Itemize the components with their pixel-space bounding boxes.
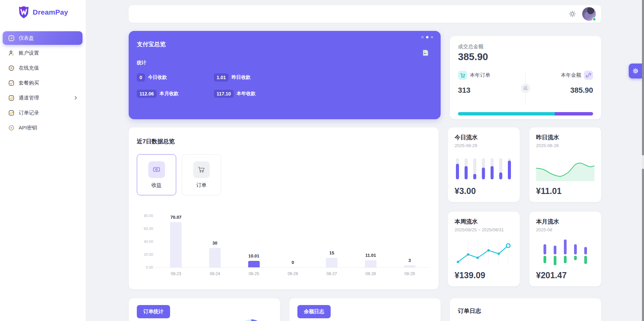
key-badge-icon [8, 125, 15, 131]
card-value: ¥139.09 [455, 270, 513, 280]
chart-bar [170, 222, 182, 267]
card-value: ¥201.47 [536, 270, 594, 280]
chevron-right-icon [74, 96, 78, 100]
carousel-dot[interactable] [431, 36, 433, 38]
card-date: 2025/08/25 ~ 2025/08/31 [455, 227, 513, 232]
app-logo[interactable]: DreamPay [0, 0, 86, 22]
stat-label: 本年收款 [237, 91, 256, 97]
sidebar-item-channels[interactable]: 通道管理 [3, 91, 82, 105]
x-axis-label: 08-28 [361, 271, 381, 276]
card-title: 本周流水 [455, 218, 513, 226]
year-orders-value: 313 [458, 86, 526, 95]
order-log-title: 订单日志 [458, 307, 593, 315]
progress-cyan-segment [458, 112, 555, 115]
topbar [129, 5, 601, 23]
tab-orders[interactable]: 订单 [182, 154, 221, 195]
week-line-sparkline [455, 236, 513, 270]
balance-log-button[interactable]: 余额日志 [297, 305, 331, 318]
carousel-dot-active[interactable] [426, 36, 428, 38]
link-icon [584, 71, 593, 80]
trend-icon [8, 110, 15, 116]
chart-value-label: 3 [400, 258, 420, 263]
card-date: 2025-08-28 [536, 143, 594, 148]
package-icon [8, 80, 15, 86]
sidebar-item-recharge[interactable]: 在线充值 [3, 61, 82, 75]
stat-value-badge: 112.06 [137, 90, 157, 98]
shield-logo-icon [18, 5, 30, 19]
total-amount-label: 成交总金额 [458, 43, 593, 50]
y-axis-tick: 60.00 [137, 227, 153, 231]
order-stats-pie-chart [239, 319, 264, 321]
tab-revenue[interactable]: 收益 [137, 154, 176, 195]
sidebar-item-order-records[interactable]: 订单记录 [3, 106, 82, 120]
sidebar-item-dashboard[interactable]: 仪表盘 [3, 31, 82, 45]
carousel-dot[interactable] [421, 36, 424, 38]
total-amount-card: 成交总金额 385.90 本年订单 313 或 [450, 36, 601, 119]
main-content: 支付宝总览 统计 [86, 0, 644, 321]
scrollbar-thumb[interactable] [642, 155, 644, 169]
weekly-data-title: 近7日数据总览 [137, 138, 430, 145]
app-name: DreamPay [33, 8, 68, 16]
sidebar-item-packages[interactable]: 套餐购买 [3, 76, 82, 90]
sidebar-item-api-keys[interactable]: API密钥 [3, 121, 82, 135]
chart-bar [209, 248, 221, 267]
chart-value-label: 30 [205, 240, 225, 246]
tab-revenue-label: 收益 [151, 182, 162, 189]
chart-value-label: 11.01 [361, 253, 381, 258]
chart-value-label: 15 [321, 250, 342, 255]
stat-label: 本月收款 [160, 91, 179, 97]
cart-icon [193, 161, 210, 178]
sidebar-item-label: 通道管理 [19, 95, 39, 101]
alipay-overview-title: 支付宝总览 [137, 40, 433, 48]
stats-grid: 0 今日收款 1.01 昨日收款 112.06 本月收款 117.10 本年收款 [137, 73, 433, 98]
today-bars-sparkline [455, 151, 513, 186]
online-status-dot [592, 17, 596, 21]
order-stats-card: 订单统计 [129, 298, 280, 321]
theme-toggle-sun-icon[interactable] [569, 10, 576, 18]
user-avatar[interactable] [582, 7, 596, 21]
x-axis-label: 08-24 [205, 271, 225, 276]
sidebar-item-label: 在线充值 [19, 65, 39, 71]
order-stats-button[interactable]: 订单统计 [137, 305, 170, 318]
sidebar-item-label: 仪表盘 [19, 35, 34, 41]
card-title: 本月流水 [536, 218, 594, 226]
year-amount-label: 本年金额 [561, 72, 581, 78]
card-title: 今日流水 [455, 133, 513, 141]
sidebar-nav: 仪表盘 账户设置 在线充值 套餐购买 [0, 31, 86, 135]
month-flow-card: 本月流水 2025-08 ¥201.47 [529, 212, 601, 286]
stat-today: 0 今日收款 [137, 73, 214, 82]
stat-label: 昨日收款 [232, 74, 251, 81]
year-orders-label: 本年订单 [470, 72, 490, 78]
vertical-scrollbar[interactable] [642, 0, 644, 321]
stat-value-badge: 1.01 [214, 73, 228, 82]
stat-value-badge: 0 [137, 73, 145, 82]
yesterday-line-sparkline [536, 151, 594, 186]
yesterday-flow-card: 昨日流水 2025-08-28 ¥11.01 [529, 127, 601, 202]
chart-value-label: 0 [283, 260, 303, 265]
settings-fab[interactable] [629, 64, 642, 78]
channel-bars-icon [8, 95, 15, 101]
sidebar-item-account-settings[interactable]: 账户设置 [3, 46, 82, 60]
sidebar-item-label: API密钥 [19, 125, 37, 131]
y-axis-tick: 0.00 [137, 265, 153, 269]
tab-orders-label: 订单 [196, 182, 206, 189]
chart-bar [365, 260, 376, 267]
or-bubble: 或 [521, 84, 530, 93]
carousel-dots [421, 36, 433, 38]
alipay-overview-card: 支付宝总览 统计 [129, 31, 441, 119]
year-amount-value: 385.90 [570, 86, 593, 95]
stat-yesterday: 1.01 昨日收款 [214, 73, 433, 82]
stat-year: 117.10 本年收款 [214, 90, 433, 98]
stat-month: 112.06 本月收款 [137, 90, 214, 98]
stat-value-badge: 117.10 [214, 90, 234, 98]
chart-bar [248, 261, 260, 267]
stat-cards-grid: 今日流水 2025-08-29 ¥3.00 昨日流水 2025-08-28 ¥1… [448, 127, 601, 286]
x-axis-label: 08-23 [166, 271, 186, 276]
coin-icon [8, 65, 15, 71]
cart-icon [458, 71, 467, 80]
year-orders-block: 本年订单 313 [458, 71, 526, 102]
dashboard-screen: DreamPay 仪表盘 账户设置 在线充值 [0, 0, 644, 321]
x-axis-label: 08-25 [244, 271, 264, 276]
progress-purple-segment [555, 112, 593, 115]
x-axis-label: 08-27 [321, 271, 342, 276]
